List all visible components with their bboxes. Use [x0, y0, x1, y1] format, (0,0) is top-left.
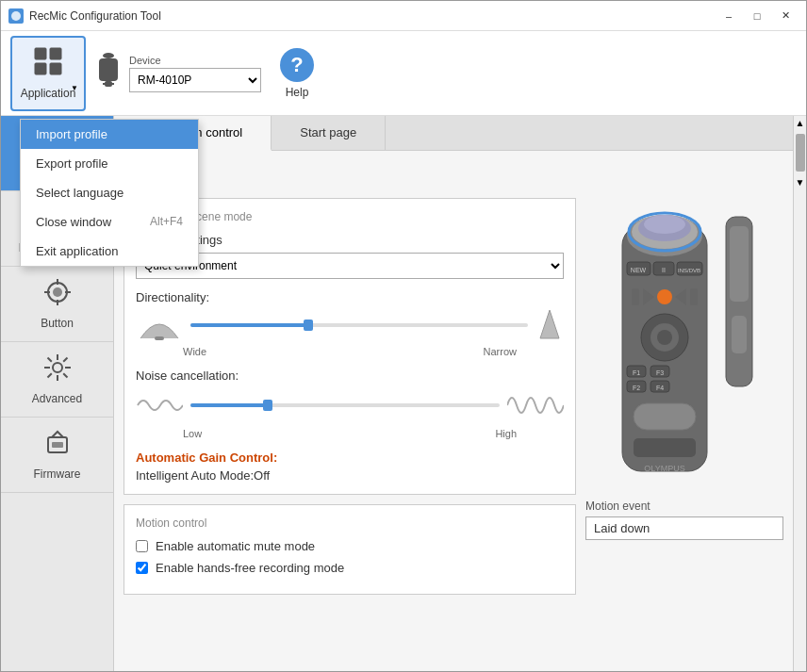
- current-settings-label: Current settings: [136, 233, 564, 247]
- scroll-thumb[interactable]: [796, 134, 805, 172]
- svg-rect-3: [35, 63, 46, 74]
- narrow-shape: [535, 310, 564, 340]
- high-wave-icon: [507, 388, 564, 422]
- svg-line-27: [63, 373, 67, 377]
- svg-rect-51: [690, 288, 698, 305]
- agc-value: Intelligent Auto Mode:Off: [136, 468, 564, 483]
- svg-text:F3: F3: [655, 369, 663, 376]
- window-controls: – □ ✕: [716, 7, 799, 25]
- svg-text:F1: F1: [632, 369, 639, 376]
- help-label: Help: [286, 86, 309, 99]
- noise-section: Noise cancellation:: [136, 369, 564, 439]
- svg-rect-33: [155, 336, 164, 340]
- device-image: NEW II INS/DVB: [585, 198, 783, 490]
- tabs: Application control Start page: [114, 116, 793, 151]
- advanced-label: Advanced: [32, 392, 82, 405]
- svg-text:OLYMPUS: OLYMPUS: [644, 464, 684, 473]
- application-arrow: ▼: [71, 84, 78, 92]
- window-title: RecMic Configuration Tool: [29, 9, 716, 23]
- main-window: RecMic Configuration Tool – □ ✕ Applicat…: [0, 0, 807, 672]
- app-icon: [8, 8, 24, 24]
- svg-point-39: [644, 215, 685, 234]
- svg-line-29: [47, 373, 51, 377]
- svg-point-47: [657, 289, 672, 304]
- svg-line-26: [47, 357, 51, 361]
- maximize-button[interactable]: □: [744, 7, 770, 25]
- noise-row: [136, 388, 564, 422]
- svg-rect-2: [50, 48, 61, 59]
- scroll-down-button[interactable]: ▼: [794, 175, 806, 189]
- noise-label: Noise cancellation:: [136, 369, 564, 383]
- reset-area: ↺ Reset: [114, 151, 793, 198]
- device-section: Device RM-4010P: [95, 53, 261, 93]
- svg-text:INS/DVB: INS/DVB: [677, 268, 700, 273]
- svg-point-0: [11, 11, 21, 21]
- exit-application-item[interactable]: Exit application: [21, 237, 198, 266]
- enable-mute-checkbox[interactable]: [136, 540, 148, 552]
- button-label: Button: [41, 317, 74, 330]
- device-label: Device: [129, 55, 161, 66]
- tab-start-page[interactable]: Start page: [272, 116, 386, 150]
- directionality-track: [190, 323, 528, 327]
- svg-rect-8: [103, 83, 114, 85]
- firmware-label: Firmware: [34, 467, 81, 481]
- sidebar-item-firmware[interactable]: Firmware: [1, 418, 113, 493]
- application-label: Application: [21, 87, 76, 100]
- directionality-row: [136, 310, 564, 340]
- sidebar-item-button[interactable]: Button: [1, 267, 113, 342]
- svg-line-28: [63, 357, 67, 361]
- svg-rect-63: [634, 403, 696, 430]
- directionality-label: Directionality:: [136, 290, 564, 304]
- firmware-icon: [44, 430, 71, 462]
- scroll-up-button[interactable]: ▲: [794, 116, 806, 130]
- close-button[interactable]: ✕: [772, 7, 799, 25]
- motion-control-title: Motion control: [136, 516, 564, 530]
- enable-handsfree-checkbox[interactable]: [136, 562, 148, 574]
- help-section[interactable]: ? Help: [280, 48, 314, 99]
- export-profile-item[interactable]: Export profile: [21, 149, 198, 178]
- svg-point-16: [53, 287, 62, 297]
- noise-low-label: Low: [183, 428, 202, 439]
- title-bar: RecMic Configuration Tool – □ ✕: [1, 1, 806, 31]
- import-profile-item[interactable]: Import profile: [21, 120, 198, 149]
- svg-rect-68: [732, 316, 747, 353]
- application-icon: [33, 46, 63, 83]
- select-language-item[interactable]: Select language: [21, 178, 198, 207]
- agc-title: Automatic Gain Control:: [136, 451, 564, 465]
- svg-rect-31: [52, 442, 63, 448]
- noise-high-label: High: [495, 428, 517, 439]
- wide-shape: [136, 310, 183, 340]
- checkbox-handsfree-row: Enable hands-free recording mode: [136, 561, 564, 575]
- svg-rect-67: [730, 226, 749, 302]
- device-select[interactable]: RM-4010P: [129, 68, 261, 92]
- device-select-wrapper: Device RM-4010P: [129, 55, 261, 92]
- checkbox-mute-row: Enable automatic mute mode: [136, 539, 564, 553]
- svg-rect-4: [50, 63, 61, 74]
- svg-rect-49: [632, 288, 639, 305]
- svg-rect-1: [35, 48, 46, 59]
- agc-section: Automatic Gain Control: Intelligent Auto…: [136, 451, 564, 483]
- remote-control-svg: NEW II INS/DVB: [613, 198, 716, 490]
- svg-text:F2: F2: [632, 385, 639, 391]
- main-content: Application control Start page ↺ Reset: [114, 116, 793, 671]
- svg-marker-34: [540, 310, 559, 338]
- svg-rect-64: [634, 438, 696, 457]
- close-window-item[interactable]: Close window Alt+F4: [21, 207, 198, 237]
- button-icon: [44, 279, 71, 311]
- motion-event-label: Motion event: [585, 500, 783, 513]
- enable-mute-label: Enable automatic mute mode: [156, 539, 315, 553]
- directionality-section: Directionality:: [136, 290, 564, 357]
- sidebar-item-advanced[interactable]: Advanced: [1, 342, 113, 418]
- motion-control-panel: Motion control Enable automatic mute mod…: [124, 504, 576, 595]
- device-icon: [95, 53, 122, 93]
- wide-label: Wide: [183, 346, 206, 357]
- motion-event-panel: Motion event Laid down: [585, 500, 783, 540]
- minimize-button[interactable]: –: [716, 7, 742, 25]
- recording-scene-title: Recording scene mode: [136, 210, 564, 223]
- help-icon: ?: [280, 48, 314, 82]
- low-wave-icon: [136, 388, 183, 422]
- application-button[interactable]: Application ▼: [10, 36, 86, 111]
- svg-text:F4: F4: [655, 385, 663, 391]
- current-settings-select[interactable]: Quiet environment Normal environment Noi…: [136, 253, 564, 279]
- left-panels: Recording scene mode Current settings Qu…: [124, 198, 576, 662]
